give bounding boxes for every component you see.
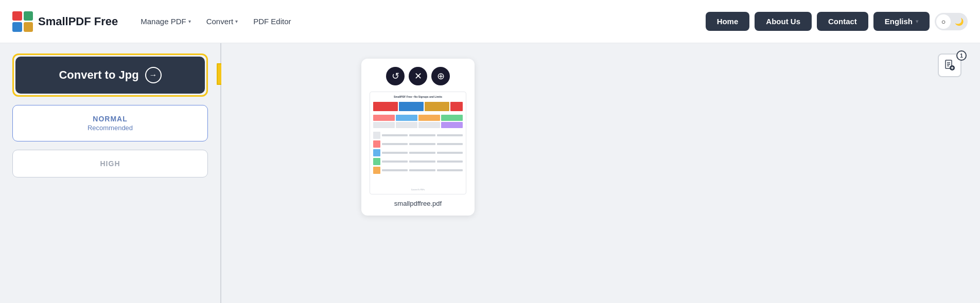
nav-right: Home About Us Contact English ▾ ○ 🌙 — [706, 12, 968, 31]
dark-mode-icon: 🌙 — [952, 14, 966, 29]
brand-logo[interactable]: SmallPDF Free — [12, 11, 118, 32]
convert-btn-highlight: Convert to Jpg → — [12, 54, 208, 97]
about-button[interactable]: About Us — [755, 12, 812, 31]
pdf-filename: smallpdffree.pdf — [370, 200, 466, 207]
nav-convert[interactable]: Convert ▾ — [200, 13, 244, 30]
quality-sublabel: Recommended — [23, 124, 197, 132]
contact-button[interactable]: Contact — [817, 12, 868, 31]
logo-icon — [12, 11, 33, 32]
quality-normal-option[interactable]: NORMAL Recommended — [12, 105, 208, 141]
chevron-down-icon: ▾ — [916, 19, 918, 24]
badge-count: 1 — [956, 50, 967, 61]
badge-container: 1 — [938, 54, 964, 79]
convert-section: Convert to Jpg → — [12, 54, 208, 97]
nav-pdf-editor[interactable]: PDF Editor — [247, 13, 297, 30]
navbar: SmallPDF Free Manage PDF ▾ Convert ▾ PDF… — [0, 0, 980, 43]
rotate-button[interactable]: ↺ — [386, 67, 405, 85]
pdf-card: ↺ ✕ ⊕ SmallPDF Free • No Signups and Lim… — [361, 59, 475, 216]
main-content: Convert to Jpg → NORMAL Recommended HIGH — [0, 43, 980, 303]
pdf-thumbnail: SmallPDF Free • No Signups and Limits — [370, 92, 466, 194]
arrow-circle-icon: → — [145, 67, 162, 83]
remove-button[interactable]: ✕ — [409, 67, 427, 85]
quality-label-high: HIGH — [23, 159, 197, 168]
convert-to-jpg-button[interactable]: Convert to Jpg → — [15, 57, 205, 94]
brand-name: SmallPDF Free — [38, 15, 118, 28]
language-button[interactable]: English ▾ — [873, 12, 930, 31]
light-mode-icon: ○ — [936, 14, 951, 29]
home-button[interactable]: Home — [706, 12, 750, 31]
right-panel: ↺ ✕ ⊕ SmallPDF Free • No Signups and Lim… — [221, 43, 980, 303]
quality-high-option[interactable]: HIGH — [12, 150, 208, 177]
pdf-card-actions: ↺ ✕ ⊕ — [370, 67, 466, 85]
theme-toggle[interactable]: ○ 🌙 — [935, 13, 968, 30]
quality-label: NORMAL — [23, 115, 197, 123]
chevron-down-icon: ▾ — [188, 19, 191, 24]
floating-badge: 1 — [938, 54, 964, 79]
left-panel: Convert to Jpg → NORMAL Recommended HIGH — [0, 43, 221, 303]
chevron-down-icon: ▾ — [235, 19, 238, 24]
nav-links: Manage PDF ▾ Convert ▾ PDF Editor — [134, 13, 705, 30]
nav-manage-pdf[interactable]: Manage PDF ▾ — [134, 13, 197, 30]
zoom-button[interactable]: ⊕ — [431, 67, 450, 85]
